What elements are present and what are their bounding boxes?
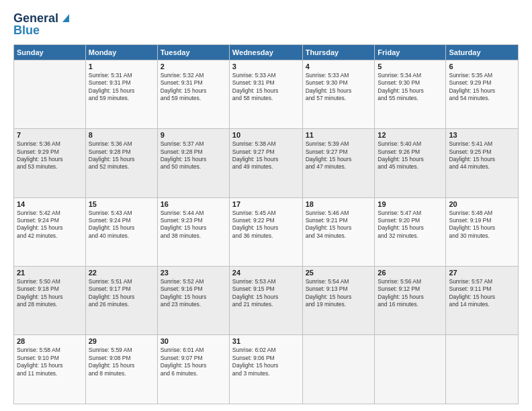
day-number: 26 (378, 269, 443, 277)
day-info: Sunrise: 5:40 AM Sunset: 9:26 PM Dayligh… (378, 140, 443, 171)
day-number: 11 (306, 131, 372, 139)
day-cell: 14Sunrise: 5:42 AM Sunset: 9:24 PM Dayli… (14, 197, 86, 266)
col-header-tuesday: Tuesday (157, 44, 229, 60)
day-cell (446, 335, 519, 404)
day-info: Sunrise: 5:58 AM Sunset: 9:10 PM Dayligh… (17, 347, 83, 377)
day-cell: 13Sunrise: 5:41 AM Sunset: 9:25 PM Dayli… (446, 129, 519, 197)
day-cell: 19Sunrise: 5:47 AM Sunset: 9:20 PM Dayli… (375, 197, 446, 266)
header-row: SundayMondayTuesdayWednesdayThursdayFrid… (14, 44, 519, 60)
header: General Blue (13, 12, 519, 38)
day-number: 19 (378, 200, 443, 208)
day-number: 21 (17, 269, 83, 277)
day-number: 7 (17, 131, 83, 139)
day-cell: 11Sunrise: 5:39 AM Sunset: 9:27 PM Dayli… (302, 129, 375, 197)
day-info: Sunrise: 5:36 AM Sunset: 9:28 PM Dayligh… (89, 140, 154, 171)
day-info: Sunrise: 5:39 AM Sunset: 9:27 PM Dayligh… (306, 140, 372, 171)
day-info: Sunrise: 5:37 AM Sunset: 9:28 PM Dayligh… (161, 140, 226, 171)
day-info: Sunrise: 5:44 AM Sunset: 9:23 PM Dayligh… (161, 210, 226, 240)
day-number: 6 (449, 62, 515, 71)
day-cell: 12Sunrise: 5:40 AM Sunset: 9:26 PM Dayli… (375, 129, 446, 197)
day-info: Sunrise: 5:42 AM Sunset: 9:24 PM Dayligh… (17, 210, 83, 240)
day-number: 13 (449, 131, 515, 139)
day-number: 22 (89, 269, 154, 277)
day-cell: 18Sunrise: 5:46 AM Sunset: 9:21 PM Dayli… (302, 197, 375, 266)
day-cell: 1Sunrise: 5:31 AM Sunset: 9:31 PM Daylig… (85, 60, 157, 128)
col-header-thursday: Thursday (302, 44, 375, 60)
day-cell: 15Sunrise: 5:43 AM Sunset: 9:24 PM Dayli… (85, 197, 157, 266)
logo-blue: Blue (13, 24, 40, 38)
day-info: Sunrise: 5:50 AM Sunset: 9:18 PM Dayligh… (17, 278, 83, 309)
week-row-2: 7Sunrise: 5:36 AM Sunset: 9:29 PM Daylig… (14, 129, 519, 197)
day-cell: 4Sunrise: 5:33 AM Sunset: 9:30 PM Daylig… (302, 60, 375, 128)
day-number: 8 (89, 131, 154, 139)
day-number: 20 (449, 200, 515, 208)
day-cell: 30Sunrise: 6:01 AM Sunset: 9:07 PM Dayli… (157, 335, 229, 404)
day-cell: 8Sunrise: 5:36 AM Sunset: 9:28 PM Daylig… (85, 129, 157, 197)
day-cell: 3Sunrise: 5:33 AM Sunset: 9:31 PM Daylig… (229, 60, 302, 128)
day-cell: 31Sunrise: 6:02 AM Sunset: 9:06 PM Dayli… (229, 335, 302, 404)
day-cell: 16Sunrise: 5:44 AM Sunset: 9:23 PM Dayli… (157, 197, 229, 266)
day-info: Sunrise: 5:46 AM Sunset: 9:21 PM Dayligh… (306, 210, 372, 240)
day-number: 24 (232, 269, 300, 277)
day-cell: 21Sunrise: 5:50 AM Sunset: 9:18 PM Dayli… (14, 267, 86, 335)
logo: General Blue (13, 12, 72, 38)
day-info: Sunrise: 5:33 AM Sunset: 9:31 PM Dayligh… (232, 72, 300, 103)
day-info: Sunrise: 5:51 AM Sunset: 9:17 PM Dayligh… (89, 278, 154, 309)
week-row-1: 1Sunrise: 5:31 AM Sunset: 9:31 PM Daylig… (14, 60, 519, 128)
day-cell: 20Sunrise: 5:48 AM Sunset: 9:19 PM Dayli… (446, 197, 519, 266)
day-info: Sunrise: 5:43 AM Sunset: 9:24 PM Dayligh… (89, 210, 154, 240)
svg-marker-0 (62, 14, 69, 22)
day-number: 18 (306, 200, 372, 208)
day-number: 25 (306, 269, 372, 277)
day-info: Sunrise: 5:41 AM Sunset: 9:25 PM Dayligh… (449, 140, 515, 171)
day-info: Sunrise: 5:31 AM Sunset: 9:31 PM Dayligh… (89, 72, 154, 103)
day-number: 29 (89, 337, 154, 345)
day-info: Sunrise: 5:57 AM Sunset: 9:11 PM Dayligh… (449, 278, 515, 309)
day-cell: 17Sunrise: 5:45 AM Sunset: 9:22 PM Dayli… (229, 197, 302, 266)
day-info: Sunrise: 5:35 AM Sunset: 9:29 PM Dayligh… (449, 72, 515, 103)
day-info: Sunrise: 5:36 AM Sunset: 9:29 PM Dayligh… (17, 140, 83, 171)
day-info: Sunrise: 5:38 AM Sunset: 9:27 PM Dayligh… (232, 140, 300, 171)
day-number: 14 (17, 200, 83, 208)
day-number: 2 (161, 62, 226, 71)
day-cell: 9Sunrise: 5:37 AM Sunset: 9:28 PM Daylig… (157, 129, 229, 197)
day-cell: 24Sunrise: 5:53 AM Sunset: 9:15 PM Dayli… (229, 267, 302, 335)
day-number: 10 (232, 131, 300, 139)
day-cell: 29Sunrise: 5:59 AM Sunset: 9:08 PM Dayli… (85, 335, 157, 404)
day-cell: 2Sunrise: 5:32 AM Sunset: 9:31 PM Daylig… (157, 60, 229, 128)
day-cell: 10Sunrise: 5:38 AM Sunset: 9:27 PM Dayli… (229, 129, 302, 197)
day-number: 17 (232, 200, 300, 208)
week-row-4: 21Sunrise: 5:50 AM Sunset: 9:18 PM Dayli… (14, 267, 519, 335)
day-number: 30 (161, 337, 226, 345)
day-cell: 28Sunrise: 5:58 AM Sunset: 9:10 PM Dayli… (14, 335, 86, 404)
day-cell: 6Sunrise: 5:35 AM Sunset: 9:29 PM Daylig… (446, 60, 519, 128)
day-cell (302, 335, 375, 404)
day-info: Sunrise: 5:52 AM Sunset: 9:16 PM Dayligh… (161, 278, 226, 309)
col-header-wednesday: Wednesday (229, 44, 302, 60)
day-info: Sunrise: 5:53 AM Sunset: 9:15 PM Dayligh… (232, 278, 300, 309)
col-header-saturday: Saturday (446, 44, 519, 60)
col-header-sunday: Sunday (14, 44, 86, 60)
week-row-5: 28Sunrise: 5:58 AM Sunset: 9:10 PM Dayli… (14, 335, 519, 404)
day-number: 12 (378, 131, 443, 139)
day-info: Sunrise: 5:34 AM Sunset: 9:30 PM Dayligh… (378, 72, 443, 103)
day-number: 15 (89, 200, 154, 208)
day-number: 28 (17, 337, 83, 345)
day-cell: 27Sunrise: 5:57 AM Sunset: 9:11 PM Dayli… (446, 267, 519, 335)
day-cell (375, 335, 446, 404)
calendar-table: SundayMondayTuesdayWednesdayThursdayFrid… (13, 44, 519, 404)
day-info: Sunrise: 5:45 AM Sunset: 9:22 PM Dayligh… (232, 210, 300, 240)
day-number: 9 (161, 131, 226, 139)
day-info: Sunrise: 6:02 AM Sunset: 9:06 PM Dayligh… (232, 347, 300, 377)
day-number: 16 (161, 200, 226, 208)
day-info: Sunrise: 5:47 AM Sunset: 9:20 PM Dayligh… (378, 210, 443, 240)
day-number: 4 (306, 62, 372, 71)
day-info: Sunrise: 5:54 AM Sunset: 9:13 PM Dayligh… (306, 278, 372, 309)
day-cell: 26Sunrise: 5:56 AM Sunset: 9:12 PM Dayli… (375, 267, 446, 335)
day-info: Sunrise: 5:48 AM Sunset: 9:19 PM Dayligh… (449, 210, 515, 240)
day-cell: 23Sunrise: 5:52 AM Sunset: 9:16 PM Dayli… (157, 267, 229, 335)
week-row-3: 14Sunrise: 5:42 AM Sunset: 9:24 PM Dayli… (14, 197, 519, 266)
day-cell (14, 60, 86, 128)
day-cell: 25Sunrise: 5:54 AM Sunset: 9:13 PM Dayli… (302, 267, 375, 335)
day-number: 5 (378, 62, 443, 71)
